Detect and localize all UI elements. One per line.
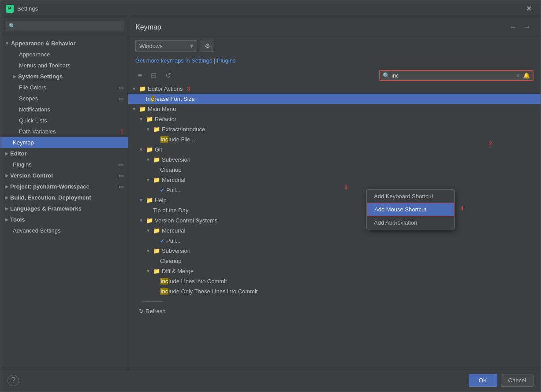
text-after-match: lude Only These Lines into Commit <box>168 288 257 295</box>
tree-item-label: Version Control Systems <box>155 217 537 224</box>
context-menu-item-add-keyboard[interactable]: Add Keyboard Shortcut <box>367 190 454 203</box>
sidebar-item-version-control[interactable]: ▶ Version Control ▭ <box>0 170 128 181</box>
keymap-gear-button[interactable]: ⚙ <box>201 40 214 52</box>
tree-item-help[interactable]: ▼ 📁 Help <box>128 195 541 205</box>
tree-item-diff-merge[interactable]: ▼ 📁 Diff & Merge <box>128 266 541 276</box>
text-after-match: lude Lines into Commit <box>168 278 227 285</box>
tree-area: ▼ 📁 Editor Actions 3 Increase Fo <box>128 84 541 369</box>
vc-icon: ▭ <box>119 173 123 179</box>
sidebar-item-build[interactable]: ▶ Build, Execution, Deployment <box>0 192 128 203</box>
sidebar-item-menus-toolbars[interactable]: Menus and Toolbars <box>0 60 128 71</box>
tree-item-pull2[interactable]: ✔ Pull... <box>128 236 541 246</box>
tree-expand-arrow: ▼ <box>139 147 146 152</box>
window-title: Settings <box>17 5 522 12</box>
tree-item-increase-font[interactable]: Increase Font Size <box>128 94 541 104</box>
search-clear-button[interactable]: ✕ <box>515 73 521 79</box>
search-options-button[interactable]: 🔔 <box>523 72 530 79</box>
expand-all-button[interactable]: ≡ <box>135 70 145 81</box>
close-button[interactable]: ✕ <box>522 3 535 15</box>
keymap-profile-wrapper: Windows ▼ <box>135 40 197 52</box>
sidebar-item-path-variables[interactable]: Path Variables 1 <box>0 126 128 137</box>
tree-item-label: Cleanup <box>160 166 537 173</box>
keymap-toolbar: ≡ ⊟ ↺ 🔍 ✕ 🔔 <box>128 67 541 84</box>
tree-item-subversion2[interactable]: ▼ 📁 Subversion <box>128 246 541 256</box>
sidebar-item-label: Appearance <box>19 51 50 58</box>
sidebar-item-scopes[interactable]: Scopes ▭ <box>0 93 128 104</box>
path-variables-badge: 1 <box>120 128 123 135</box>
panel-nav-buttons: ← → <box>507 22 534 32</box>
tree-expand-arrow: ▼ <box>132 107 139 111</box>
editor-actions-badge: 3 <box>187 85 190 92</box>
sidebar-item-project[interactable]: ▶ Project: pycharm-Workspace ▭ <box>0 181 128 192</box>
tree-item-label: Mercurial <box>162 227 537 234</box>
tree-item-mercurial2[interactable]: ▼ 📁 Mercurial <box>128 226 541 236</box>
sidebar-item-quick-lists[interactable]: Quick Lists <box>0 115 128 126</box>
tree-item-tip-of-day[interactable]: Tip of the Day <box>128 205 541 215</box>
panel-title: Keymap <box>135 23 161 31</box>
folder-icon: 📁 <box>146 116 153 122</box>
expand-arrow-icon: ▶ <box>13 74 16 79</box>
tree-item-include-file[interactable]: Include File... <box>128 134 541 144</box>
tree-item-vcs[interactable]: ▼ 📁 Version Control Systems <box>128 215 541 226</box>
tree-item-label: Main Menu <box>148 106 537 112</box>
tree-item-git[interactable]: ▼ 📁 Git <box>128 144 541 155</box>
file-colors-icon: ▭ <box>119 85 123 91</box>
sidebar-item-file-colors[interactable]: File Colors ▭ <box>0 82 128 93</box>
sidebar-item-label: Keymap <box>13 139 34 146</box>
tree-item-label: Include File... <box>160 136 537 143</box>
scopes-icon: ▭ <box>119 96 123 102</box>
tree-item-mercurial[interactable]: ▼ 📁 Mercurial <box>128 175 541 185</box>
folder-icon: 📁 <box>146 217 153 224</box>
tree-item-extract-introduce[interactable]: ▼ 📁 Extract/Introduce <box>128 124 541 134</box>
tree-item-refresh[interactable]: ↻ Refresh <box>128 306 541 316</box>
sidebar-item-appearance-behavior[interactable]: ▼ Appearance & Behavior <box>0 38 128 49</box>
sidebar-item-editor[interactable]: ▶ Editor <box>0 148 128 159</box>
sidebar-item-languages[interactable]: ▶ Languages & Frameworks <box>0 203 128 214</box>
get-keymaps-link[interactable]: Get more keymaps in Settings | Plugins <box>135 57 235 64</box>
nav-forward-button[interactable]: → <box>521 22 534 32</box>
sidebar-item-advanced-settings[interactable]: Advanced Settings <box>0 225 128 236</box>
keymap-tree: ▼ 📁 Editor Actions 3 Increase Fo <box>128 84 541 320</box>
restore-button[interactable]: ↺ <box>163 70 174 81</box>
tree-item-label: Editor Actions 3 <box>148 85 537 92</box>
help-button[interactable]: ? <box>7 375 19 386</box>
tree-item-include-only[interactable]: Include Only These Lines into Commit <box>128 286 541 296</box>
tree-item-include-lines[interactable]: Include Lines into Commit <box>128 276 541 286</box>
tree-item-editor-actions[interactable]: ▼ 📁 Editor Actions 3 <box>128 84 541 94</box>
match-highlight: Inc <box>160 288 168 295</box>
tree-item-main-menu[interactable]: ▼ 📁 Main Menu <box>128 104 541 114</box>
nav-back-button[interactable]: ← <box>507 22 519 32</box>
tree-item-cleanup[interactable]: Cleanup <box>128 165 541 175</box>
tree-item-cleanup2[interactable]: Cleanup <box>128 256 541 266</box>
keymap-search-input[interactable] <box>392 72 515 79</box>
context-menu-item-add-abbreviation[interactable]: Add Abbreviation <box>367 216 454 229</box>
tree-item-refactor[interactable]: ▼ 📁 Refactor <box>128 114 541 124</box>
tree-item-label: Pull... <box>166 237 537 244</box>
keymap-profile-dropdown[interactable]: Windows <box>135 40 197 52</box>
sidebar-item-plugins[interactable]: Plugins ▭ <box>0 159 128 170</box>
expand-arrow-icon: ▶ <box>5 195 8 200</box>
context-menu-item-add-mouse[interactable]: Add Mouse Shortcut <box>367 203 454 216</box>
ok-button[interactable]: OK <box>469 374 497 387</box>
search-box: 🔍 ✕ 🔔 <box>379 70 534 81</box>
sidebar-item-notifications[interactable]: Notifications <box>0 104 128 115</box>
expand-arrow-icon: ▶ <box>5 151 8 156</box>
main-content: ▼ Appearance & Behavior Appearance Menus… <box>0 17 541 369</box>
sidebar-search-input[interactable] <box>5 21 123 31</box>
tree-item-pull1[interactable]: ✔ Pull... <box>128 185 541 195</box>
tree-item-label: Refresh <box>146 308 537 314</box>
tree-item-subversion[interactable]: ▼ 📁 Subversion <box>128 155 541 165</box>
tree-item-label: Tip of the Day <box>153 207 537 214</box>
title-bar: P Settings ✕ <box>0 0 541 17</box>
dashes-text: ------------ <box>142 298 164 304</box>
collapse-all-button[interactable]: ⊟ <box>148 70 159 81</box>
sidebar-item-system-settings[interactable]: ▶ System Settings <box>0 71 128 82</box>
sidebar-item-keymap[interactable]: Keymap <box>0 137 128 148</box>
cancel-button[interactable]: Cancel <box>501 374 534 387</box>
expand-arrow-icon: ▶ <box>5 206 8 211</box>
folder-icon: 📁 <box>139 106 146 112</box>
plugins-icon: ▭ <box>119 162 123 168</box>
sidebar-item-tools[interactable]: ▶ Tools <box>0 214 128 225</box>
sidebar-item-appearance[interactable]: Appearance <box>0 49 128 60</box>
tree-dashes-separator: ------------ <box>128 296 541 306</box>
